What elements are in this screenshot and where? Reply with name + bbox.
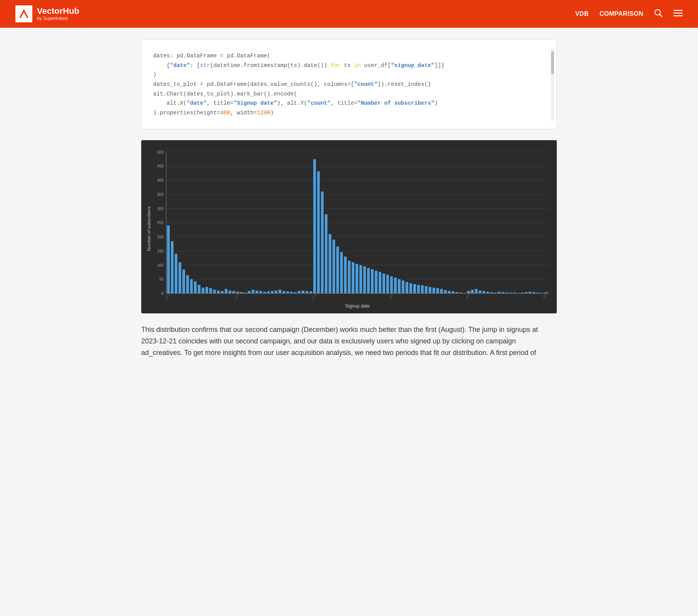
svg-rect-117	[498, 292, 501, 293]
svg-text:500: 500	[157, 150, 164, 154]
svg-rect-57	[267, 291, 270, 293]
code-content: dates: pd.DataFrame = pd.DataFrame( {"da…	[153, 51, 549, 117]
menu-button[interactable]	[673, 10, 683, 18]
svg-text:250: 250	[157, 221, 164, 225]
nav-vdb[interactable]: VDB	[575, 10, 589, 17]
svg-rect-36	[186, 275, 189, 293]
svg-rect-54	[255, 291, 258, 293]
body-paragraph: This distribution confirms that our seco…	[141, 324, 557, 358]
svg-text:100: 100	[157, 263, 164, 268]
svg-text:Signup date: Signup date	[345, 303, 370, 309]
svg-rect-80	[356, 264, 358, 294]
svg-rect-85	[375, 271, 377, 294]
main-nav: VDB COMPARISON	[575, 9, 683, 19]
svg-text:Number of subscribers: Number of subscribers	[147, 206, 151, 251]
svg-rect-86	[379, 272, 381, 294]
svg-rect-42	[209, 288, 212, 294]
svg-rect-67	[306, 291, 308, 293]
svg-rect-71	[321, 192, 324, 294]
svg-rect-103	[444, 290, 447, 293]
svg-rect-52	[248, 291, 250, 293]
svg-rect-60	[279, 290, 281, 293]
svg-text:350: 350	[157, 192, 164, 197]
code-block: dates: pd.DataFrame = pd.DataFrame( {"da…	[141, 39, 557, 129]
svg-rect-55	[259, 291, 262, 293]
svg-text:200: 200	[157, 235, 164, 239]
svg-rect-81	[359, 265, 362, 294]
svg-rect-112	[479, 291, 481, 293]
search-button[interactable]	[654, 9, 663, 19]
svg-rect-97	[421, 285, 424, 293]
svg-rect-94	[409, 283, 412, 293]
svg-rect-31	[167, 226, 170, 293]
svg-rect-95	[413, 284, 416, 293]
svg-rect-99	[429, 287, 431, 294]
svg-rect-39	[198, 285, 200, 293]
svg-rect-53	[252, 290, 254, 293]
svg-rect-105	[452, 291, 454, 293]
svg-rect-58	[271, 291, 274, 293]
svg-rect-83	[367, 268, 370, 293]
svg-rect-75	[336, 247, 339, 294]
svg-rect-104	[448, 291, 451, 293]
svg-rect-66	[302, 291, 304, 293]
nav-comparison[interactable]: COMPARISON	[599, 10, 643, 17]
svg-rect-101	[436, 288, 439, 294]
svg-rect-68	[309, 291, 312, 293]
svg-rect-82	[363, 266, 366, 293]
svg-rect-56	[263, 292, 266, 293]
scrollbar[interactable]	[551, 47, 554, 121]
svg-rect-43	[213, 290, 216, 293]
svg-rect-78	[348, 261, 351, 293]
svg-rect-98	[425, 286, 427, 294]
site-header: VectorHub by Superlinked VDB COMPARISON	[0, 0, 698, 28]
chart-inner: 0 50 100 150 200 250 300 350 400 450 500…	[145, 148, 553, 310]
svg-rect-59	[275, 291, 277, 293]
svg-rect-79	[352, 263, 354, 294]
svg-text:50: 50	[159, 278, 164, 282]
scrollbar-thumb[interactable]	[551, 51, 554, 74]
svg-rect-44	[217, 291, 220, 293]
svg-rect-32	[171, 241, 174, 293]
svg-rect-72	[325, 214, 327, 294]
svg-rect-73	[329, 234, 331, 293]
logo[interactable]: VectorHub by Superlinked	[15, 5, 79, 22]
svg-rect-41	[205, 287, 208, 294]
main-content: dates: pd.DataFrame = pd.DataFrame( {"da…	[134, 28, 564, 370]
svg-rect-69	[313, 159, 316, 294]
svg-rect-91	[398, 280, 401, 294]
svg-rect-34	[179, 263, 181, 294]
svg-rect-111	[475, 289, 478, 294]
svg-rect-62	[286, 291, 289, 293]
bar-chart: 0 50 100 150 200 250 300 350 400 450 500…	[145, 148, 553, 310]
svg-text:0: 0	[161, 291, 164, 296]
svg-rect-46	[225, 289, 227, 294]
svg-rect-35	[182, 270, 185, 294]
svg-rect-76	[340, 252, 343, 293]
chart-container: 0 50 100 150 200 250 300 350 400 450 500…	[141, 140, 557, 313]
svg-rect-100	[432, 288, 435, 294]
svg-line-3	[660, 14, 662, 17]
svg-rect-47	[229, 291, 231, 293]
svg-rect-113	[483, 291, 485, 293]
svg-rect-38	[194, 281, 197, 294]
svg-rect-70	[317, 171, 320, 293]
logo-icon	[15, 5, 32, 22]
svg-rect-92	[402, 281, 404, 294]
svg-rect-125	[529, 292, 531, 293]
svg-rect-33	[175, 254, 177, 294]
svg-rect-74	[332, 240, 335, 294]
svg-rect-87	[382, 274, 385, 293]
svg-rect-90	[394, 278, 397, 294]
svg-rect-63	[290, 292, 293, 293]
svg-rect-48	[232, 291, 235, 293]
svg-rect-65	[298, 291, 301, 293]
svg-rect-88	[386, 275, 389, 293]
svg-rect-110	[471, 290, 474, 293]
svg-rect-96	[417, 285, 420, 293]
svg-text:400: 400	[157, 178, 164, 182]
svg-rect-37	[190, 280, 193, 294]
svg-rect-45	[221, 291, 224, 293]
svg-rect-114	[486, 292, 489, 293]
svg-rect-40	[202, 288, 204, 294]
